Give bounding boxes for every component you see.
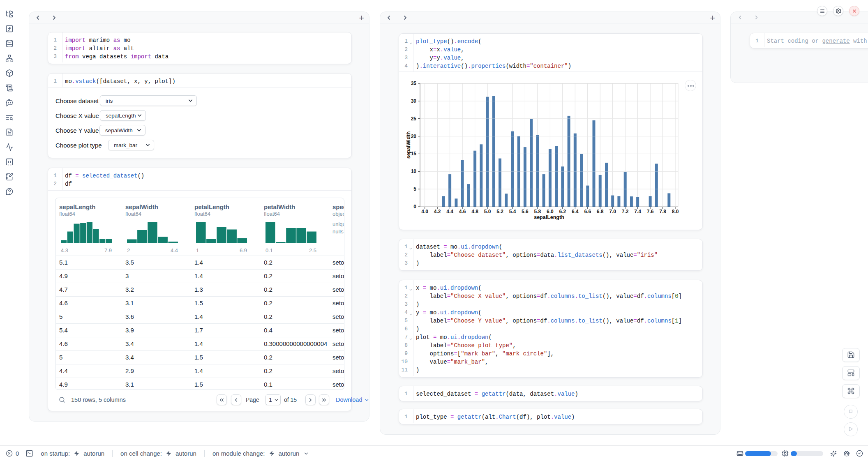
svg-text:20: 20: [411, 134, 417, 139]
svg-text:0: 0: [413, 204, 416, 210]
svg-text:25: 25: [411, 116, 417, 122]
svg-text:10: 10: [411, 168, 417, 174]
svg-text:7.8: 7.8: [659, 209, 666, 214]
svg-text:4.4: 4.4: [446, 209, 453, 214]
svg-text:5.8: 5.8: [534, 209, 541, 214]
svg-text:15: 15: [411, 151, 417, 157]
svg-text:4.8: 4.8: [471, 209, 478, 214]
svg-text:6.2: 6.2: [559, 209, 566, 214]
svg-text:6.0: 6.0: [547, 209, 554, 214]
svg-text:6.8: 6.8: [597, 209, 604, 214]
svg-text:7.6: 7.6: [647, 209, 654, 214]
svg-text:5.4: 5.4: [509, 209, 516, 214]
svg-text:sepalLength: sepalLength: [534, 214, 564, 220]
svg-text:7.4: 7.4: [634, 209, 641, 214]
svg-text:35: 35: [411, 81, 417, 86]
svg-text:5.0: 5.0: [484, 209, 491, 214]
svg-text:5.6: 5.6: [522, 209, 529, 214]
svg-text:sepalWidth: sepalWidth: [406, 131, 411, 159]
svg-text:7.2: 7.2: [622, 209, 629, 214]
svg-text:6.4: 6.4: [572, 209, 579, 214]
svg-text:30: 30: [411, 98, 417, 104]
svg-text:4.6: 4.6: [459, 209, 466, 214]
svg-text:5.2: 5.2: [496, 209, 503, 214]
svg-text:6.6: 6.6: [584, 209, 591, 214]
svg-text:7.0: 7.0: [609, 209, 616, 214]
svg-text:5: 5: [413, 186, 416, 192]
svg-text:4.0: 4.0: [421, 209, 428, 214]
svg-text:4.2: 4.2: [434, 209, 441, 214]
svg-text:8.0: 8.0: [672, 209, 679, 214]
